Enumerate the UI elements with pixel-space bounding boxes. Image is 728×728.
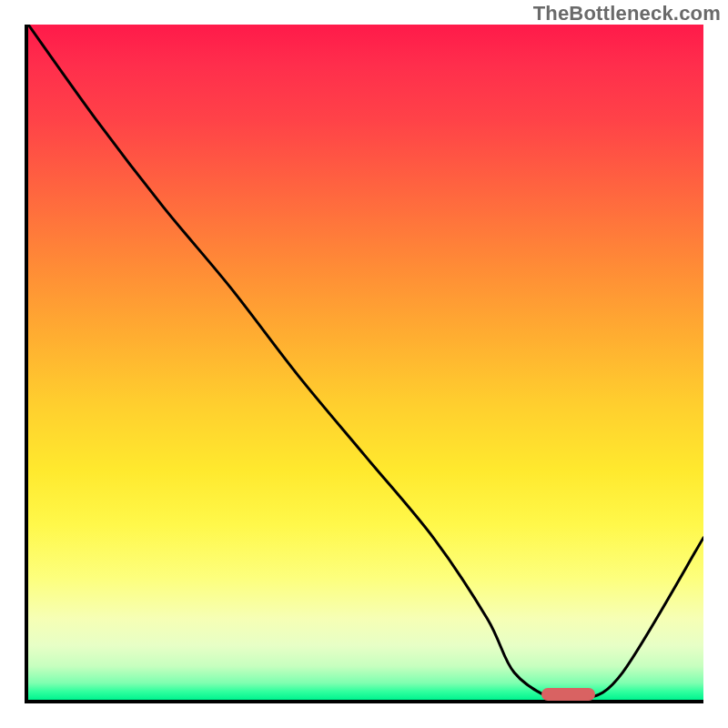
optimal-marker <box>541 688 595 701</box>
watermark-text: TheBottleneck.com <box>533 2 721 25</box>
chart-stage: TheBottleneck.com <box>0 0 728 728</box>
plot-frame <box>25 25 703 703</box>
bottleneck-curve <box>28 25 703 700</box>
